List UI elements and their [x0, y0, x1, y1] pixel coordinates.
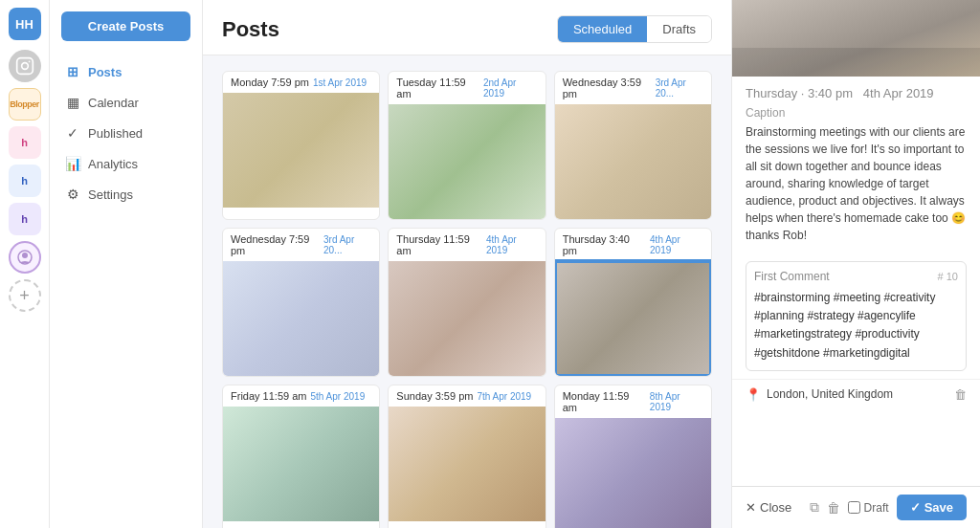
post-card-header: Monday 7:59 pm 1st Apr 2019: [223, 72, 379, 93]
location-text: London, United Kingdom: [767, 387, 893, 401]
location-left: 📍 London, United Kingdom: [746, 387, 893, 402]
sidebar-nav: ⊞ Posts ▦ Calendar ✓ Published 📊 Analyti…: [50, 56, 202, 209]
delete-button[interactable]: 🗑: [827, 500, 840, 516]
post-card[interactable]: Sunday 3:59 pm 7th Apr 2019: [388, 385, 546, 528]
icon-bar: HH Blopper h h h +: [0, 0, 50, 528]
copy-button[interactable]: ⧉: [810, 499, 819, 516]
location-delete-button[interactable]: 🗑: [954, 387, 967, 402]
post-date: 4th Apr 2019: [486, 234, 538, 255]
add-account-button[interactable]: +: [9, 279, 41, 312]
panel-preview-image: [732, 0, 980, 77]
caption-label: Caption: [746, 106, 967, 120]
sidebar-label-posts: Posts: [88, 65, 122, 79]
post-image: [389, 104, 545, 219]
account-badge-h-pink[interactable]: h: [9, 126, 41, 159]
panel-date: 4th Apr 2019: [863, 86, 934, 100]
close-button[interactable]: ✕ Close: [746, 500, 791, 515]
post-card[interactable]: Thursday 11:59 am 4th Apr 2019: [388, 228, 546, 377]
post-image: [555, 418, 711, 528]
post-image: [555, 104, 711, 219]
tab-group: Scheduled Drafts: [557, 15, 712, 43]
account-badge-h-purple[interactable]: h: [9, 203, 41, 235]
draft-label: Draft: [864, 501, 889, 515]
tab-scheduled[interactable]: Scheduled: [558, 16, 647, 42]
post-image: [389, 261, 545, 376]
posts-grid-inner: Monday 7:59 pm 1st Apr 2019 Tuesday 11:5…: [222, 71, 712, 528]
post-day: Friday 11:59 am: [231, 390, 306, 402]
post-image: [223, 407, 379, 521]
account-badge-h-blue[interactable]: h: [9, 165, 41, 197]
panel-comment-box: First Comment # 10 #brainstorming #meeti…: [746, 261, 967, 371]
panel-location: 📍 London, United Kingdom 🗑: [732, 379, 980, 409]
post-card-header: Monday 11:59 am 8th Apr 2019: [555, 385, 711, 418]
post-card[interactable]: Monday 7:59 pm 1st Apr 2019: [222, 71, 380, 220]
posts-grid: Monday 7:59 pm 1st Apr 2019 Tuesday 11:5…: [203, 55, 731, 528]
sidebar-item-calendar[interactable]: ▦ Calendar: [50, 87, 202, 118]
app-logo[interactable]: HH: [9, 8, 41, 40]
posts-icon: ⊞: [65, 64, 80, 79]
post-card[interactable]: Wednesday 7:59 pm 3rd Apr 20...: [222, 228, 380, 377]
post-day: Monday 7:59 pm: [231, 77, 309, 88]
close-label: Close: [760, 500, 791, 515]
svg-point-4: [22, 253, 28, 258]
post-date: 2nd Apr 2019: [483, 77, 538, 99]
post-date: 7th Apr 2019: [477, 391, 531, 402]
create-posts-button[interactable]: Create Posts: [61, 11, 190, 41]
post-card-header: Wednesday 7:59 pm 3rd Apr 20...: [223, 229, 379, 261]
post-day: Sunday 3:59 pm: [396, 390, 473, 402]
page-title: Posts: [222, 17, 279, 42]
panel-time: Thursday · 3:40 pm: [746, 86, 853, 100]
post-card[interactable]: Friday 11:59 am 5th Apr 2019: [222, 385, 380, 528]
close-x-icon: ✕: [746, 500, 756, 515]
sidebar-label-calendar: Calendar: [88, 96, 139, 110]
post-card-header: Wednesday 3:59 pm 3rd Apr 20...: [555, 72, 711, 104]
save-check-icon: ✓: [910, 500, 921, 515]
settings-icon: ⚙: [65, 187, 80, 202]
post-image: [389, 407, 545, 521]
account-badge-circle[interactable]: [9, 241, 41, 274]
post-card[interactable]: Wednesday 3:59 pm 3rd Apr 20...: [554, 71, 712, 220]
post-date: 3rd Apr 20...: [323, 234, 371, 255]
sidebar-item-posts[interactable]: ⊞ Posts: [50, 56, 202, 87]
main-header: Posts Scheduled Drafts: [203, 0, 731, 55]
svg-point-1: [21, 63, 28, 70]
location-pin-icon: 📍: [746, 387, 761, 402]
post-card[interactable]: Tuesday 11:59 am 2nd Apr 2019: [388, 71, 546, 220]
caption-text: Brainstorming meetings with our clients …: [746, 123, 967, 244]
post-day: Wednesday 3:59 pm: [563, 77, 652, 99]
post-image: [223, 261, 379, 376]
comment-text: #brainstorming #meeting #creativity #pla…: [754, 289, 958, 363]
sidebar-label-settings: Settings: [88, 187, 133, 202]
draft-checkbox[interactable]: Draft: [848, 501, 889, 515]
post-day: Thursday 11:59 am: [396, 233, 482, 256]
sidebar-item-published[interactable]: ✓ Published: [50, 118, 202, 148]
post-day: Thursday 3:40 pm: [563, 233, 646, 256]
tab-drafts[interactable]: Drafts: [647, 16, 711, 42]
svg-rect-0: [16, 58, 33, 75]
main-content: Posts Scheduled Drafts Monday 7:59 pm 1s…: [203, 0, 731, 528]
sidebar: Create Posts ⊞ Posts ▦ Calendar ✓ Publis…: [50, 0, 203, 528]
sidebar-item-settings[interactable]: ⚙ Settings: [50, 179, 202, 209]
post-date: 1st Apr 2019: [313, 77, 367, 88]
post-day: Wednesday 7:59 pm: [231, 233, 320, 256]
footer-actions: ⧉ 🗑 Draft ✓ Save: [810, 495, 967, 520]
post-date: 4th Apr 2019: [650, 234, 703, 255]
post-card[interactable]: Thursday 3:40 pm 4th Apr 2019: [554, 228, 712, 377]
panel-caption-section: Caption Brainstorming meetings with our …: [732, 106, 980, 253]
post-card-header: Friday 11:59 am 5th Apr 2019: [223, 385, 379, 407]
save-button[interactable]: ✓ Save: [897, 495, 967, 520]
sidebar-label-analytics: Analytics: [88, 157, 138, 171]
account-avatar-instagram[interactable]: [9, 50, 41, 82]
post-card-header: Tuesday 11:59 am 2nd Apr 2019: [389, 72, 545, 104]
post-image: [223, 93, 379, 208]
sidebar-item-analytics[interactable]: 📊 Analytics: [50, 148, 202, 179]
analytics-icon: 📊: [65, 156, 80, 171]
draft-checkbox-input[interactable]: [848, 501, 860, 514]
account-badge-blopper[interactable]: Blopper: [9, 88, 41, 121]
post-card[interactable]: Monday 11:59 am 8th Apr 2019: [554, 385, 712, 528]
right-panel: Thursday · 3:40 pm 4th Apr 2019 Caption …: [731, 0, 980, 528]
post-card-header: Sunday 3:59 pm 7th Apr 2019: [389, 385, 545, 407]
published-icon: ✓: [65, 125, 80, 141]
comment-label: First Comment: [754, 270, 830, 283]
post-date: 3rd Apr 20...: [656, 77, 703, 99]
